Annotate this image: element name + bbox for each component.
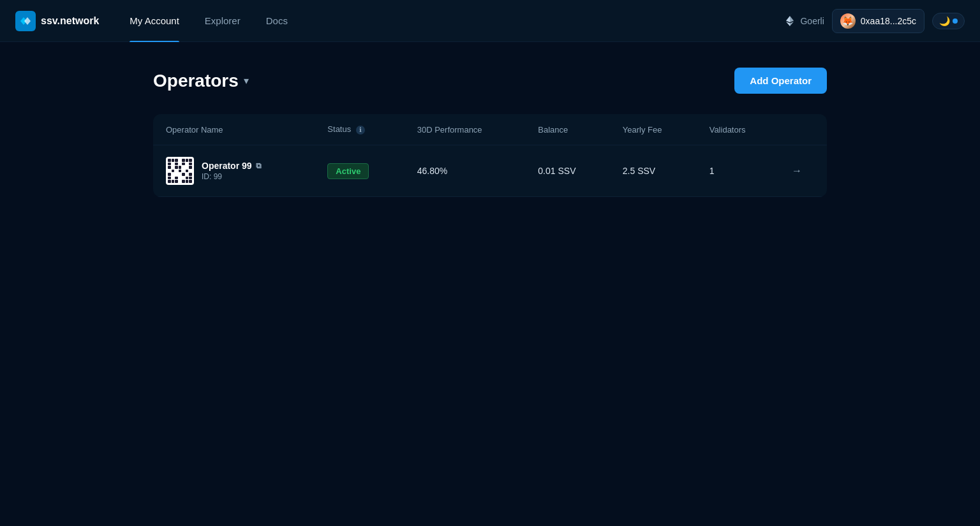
main-header: ssv.network My Account Explorer Docs Goe…	[0, 0, 980, 42]
page-title: Operators	[153, 71, 239, 91]
eth-network-badge: Goerli	[783, 15, 824, 27]
table-header-row: Operator Name Status ℹ 30D Performance B…	[153, 114, 827, 145]
col-header-status: Status ℹ	[315, 114, 404, 145]
operators-table: Operator Name Status ℹ 30D Performance B…	[153, 114, 827, 197]
status-info-icon[interactable]: ℹ	[356, 126, 365, 135]
operator-performance-cell: 46.80%	[405, 145, 526, 197]
page-title-area: Operators ▾	[153, 71, 249, 91]
col-header-validators: Validators	[697, 114, 779, 145]
row-navigate-arrow[interactable]: →	[792, 165, 802, 176]
operator-row-arrow: →	[779, 145, 827, 197]
wallet-address: 0xaa18...2c5c	[861, 16, 916, 26]
eth-icon	[783, 15, 796, 27]
theme-dot	[953, 18, 958, 24]
theme-toggle[interactable]: 🌙	[932, 13, 965, 29]
logo[interactable]: ssv.network	[15, 11, 99, 31]
theme-icon: 🌙	[939, 16, 950, 26]
add-operator-button[interactable]: Add Operator	[734, 68, 827, 94]
operator-validators-cell: 1	[697, 145, 779, 197]
operator-status-cell: Active	[315, 145, 404, 197]
nav-my-account[interactable]: My Account	[119, 0, 189, 42]
operators-dropdown-arrow[interactable]: ▾	[244, 75, 249, 87]
main-content: Operators ▾ Add Operator Operator Name S…	[0, 42, 980, 223]
col-header-balance: Balance	[525, 114, 610, 145]
header-right: Goerli 🦊 0xaa18...2c5c 🌙	[783, 9, 965, 33]
nav-docs[interactable]: Docs	[256, 0, 298, 42]
operator-id: ID: 99	[202, 172, 262, 181]
operator-name-cell: Operator 99 ⧉ ID: 99	[153, 145, 315, 197]
col-header-yearly-fee: Yearly Fee	[610, 114, 697, 145]
operator-yearly-fee-cell: 2.5 SSV	[610, 145, 697, 197]
col-header-performance: 30D Performance	[405, 114, 526, 145]
network-name: Goerli	[800, 16, 824, 26]
page-header: Operators ▾ Add Operator	[153, 68, 827, 94]
wallet-badge[interactable]: 🦊 0xaa18...2c5c	[832, 9, 924, 33]
operator-display-name: Operator 99 ⧉	[202, 161, 262, 171]
logo-text: ssv.network	[41, 15, 99, 27]
operator-info: Operator 99 ⧉ ID: 99	[202, 161, 262, 181]
col-header-name: Operator Name	[153, 114, 315, 145]
ssv-logo-icon	[15, 11, 36, 31]
main-nav: My Account Explorer Docs	[119, 0, 783, 42]
operator-qr-code	[166, 157, 194, 185]
nav-explorer[interactable]: Explorer	[195, 0, 251, 42]
wallet-avatar: 🦊	[840, 13, 856, 29]
operator-balance-cell: 0.01 SSV	[525, 145, 610, 197]
status-badge: Active	[327, 163, 369, 179]
col-header-action	[779, 114, 827, 145]
table-row[interactable]: Operator 99 ⧉ ID: 99 Active 46.80% 0.01 …	[153, 145, 827, 197]
copy-icon[interactable]: ⧉	[256, 161, 262, 170]
